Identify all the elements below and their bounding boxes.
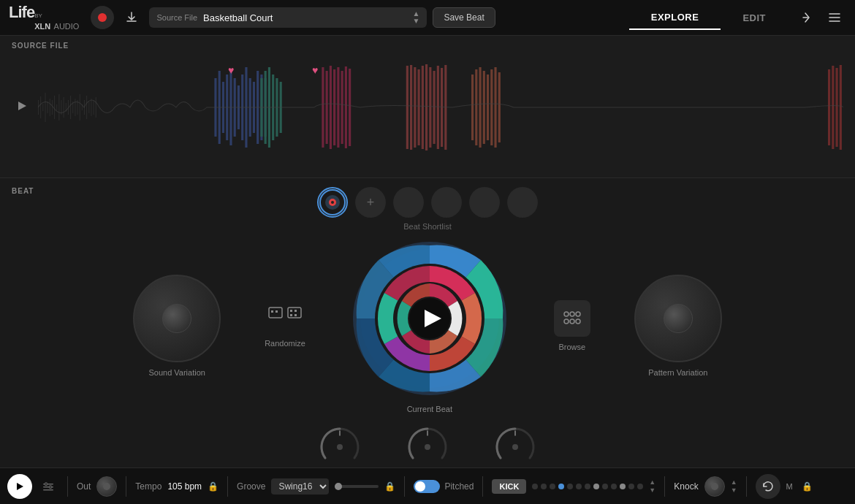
step-dot-11[interactable] <box>620 484 626 489</box>
svg-rect-71 <box>487 75 489 140</box>
step-dot-3[interactable] <box>550 484 555 489</box>
svg-rect-4 <box>45 93 45 122</box>
current-beat-label: Current Beat <box>407 405 452 413</box>
step-dot-1[interactable] <box>532 484 538 489</box>
groove-slider-handle[interactable] <box>335 483 342 490</box>
svg-rect-69 <box>479 67 481 148</box>
beat-shortlist-row: + Beat Shortlist <box>12 187 843 231</box>
add-icon: + <box>367 195 375 210</box>
step-up-arrow[interactable]: ▲ <box>649 479 656 486</box>
out-label: Out <box>77 481 91 492</box>
out-knob[interactable] <box>96 476 117 497</box>
svg-rect-25 <box>94 100 94 115</box>
current-beat-circle[interactable] <box>349 238 510 399</box>
step-dot-10[interactable] <box>611 484 617 489</box>
svg-rect-59 <box>418 69 420 145</box>
svg-rect-87 <box>290 310 292 312</box>
step-dot-13[interactable] <box>637 484 643 489</box>
svg-rect-7 <box>52 100 53 115</box>
svg-rect-22 <box>86 96 87 119</box>
symmetry-knob[interactable] <box>493 425 537 469</box>
kick-button[interactable]: KICK <box>492 479 526 494</box>
beat-circle-1[interactable] <box>317 187 348 218</box>
undo-button[interactable] <box>756 474 780 499</box>
step-dot-4[interactable] <box>558 484 564 489</box>
svg-rect-15 <box>70 96 71 119</box>
play-icon-bottom <box>15 482 24 491</box>
step-dot-6[interactable] <box>576 484 582 489</box>
sound-variation-label: Sound Variation <box>148 368 205 377</box>
groove-label: Groove <box>237 481 265 492</box>
separator-4 <box>404 476 405 497</box>
randomize-control[interactable]: Randomize <box>265 304 305 348</box>
toggle-knob <box>415 481 425 492</box>
source-play-button[interactable] <box>12 97 32 118</box>
knock-arrows[interactable]: ▲ ▼ <box>731 479 737 494</box>
record-icon <box>98 13 107 22</box>
beat-circle-2[interactable] <box>393 187 424 218</box>
svg-rect-23 <box>88 102 89 113</box>
pattern-variation-knob[interactable] <box>634 275 722 362</box>
source-section: SOURCE FILE <box>0 36 855 178</box>
knock-down-arrow[interactable]: ▼ <box>731 487 737 494</box>
svg-rect-50 <box>330 66 332 149</box>
beat-circle-5[interactable] <box>507 187 538 218</box>
svg-rect-77 <box>836 68 838 147</box>
density-knob[interactable] <box>318 425 362 469</box>
groove-select[interactable]: Swing16 Swing8 Straight <box>271 478 329 495</box>
pitched-toggle[interactable] <box>414 480 440 493</box>
download-button[interactable] <box>120 6 143 29</box>
svg-rect-74 <box>498 72 501 142</box>
step-dot-12[interactable] <box>628 484 634 489</box>
sound-variation-knob[interactable] <box>133 275 221 362</box>
beat-circle-1-svg <box>319 188 346 216</box>
step-dot-7[interactable] <box>585 484 590 489</box>
browse-control[interactable]: Browse <box>554 300 590 351</box>
knock-up-arrow[interactable]: ▲ <box>731 479 737 486</box>
source-file-label: Source File <box>156 13 197 22</box>
bottom-settings-button[interactable] <box>38 476 58 497</box>
step-dot-8[interactable] <box>593 484 599 489</box>
svg-rect-62 <box>429 67 431 148</box>
beat-circle-3[interactable] <box>431 187 462 218</box>
svg-rect-49 <box>326 71 328 144</box>
hamburger-icon <box>828 11 841 24</box>
svg-rect-64 <box>437 66 439 149</box>
randomize-label: Randomize <box>265 339 305 348</box>
play-button[interactable] <box>7 474 32 499</box>
tab-explore[interactable]: EXPLORE <box>629 6 721 30</box>
bottom-lock-icon: 🔒 <box>802 481 813 492</box>
source-section-label: SOURCE FILE <box>12 42 843 50</box>
out-knob-inner <box>103 483 110 490</box>
beat-circle-add[interactable]: + <box>355 187 386 218</box>
step-dot-2[interactable] <box>541 484 547 489</box>
groove-slider[interactable] <box>335 485 379 488</box>
tab-edit[interactable]: EDIT <box>721 6 788 30</box>
step-dot-5[interactable] <box>567 484 573 489</box>
svg-rect-8 <box>54 96 55 119</box>
step-dot-9[interactable] <box>602 484 608 489</box>
source-file-bar[interactable]: Source File Basketball Court ▲ ▼ <box>149 7 427 28</box>
svg-rect-84 <box>271 310 273 313</box>
svg-rect-85 <box>276 310 278 313</box>
svg-rect-56 <box>406 66 408 149</box>
svg-rect-5 <box>48 102 48 113</box>
step-arrows[interactable]: ▲ ▼ <box>649 479 656 494</box>
knock-knob[interactable] <box>704 476 725 497</box>
header: Life BY XLN AUDIO Source File Basketball… <box>0 0 855 36</box>
save-beat-button[interactable]: Save Beat <box>433 7 495 28</box>
source-file-arrows[interactable]: ▲ ▼ <box>413 10 420 25</box>
svg-rect-57 <box>410 65 412 150</box>
step-down-arrow[interactable]: ▼ <box>649 487 656 494</box>
svg-rect-54 <box>345 66 347 148</box>
beat-circle-4[interactable] <box>469 187 500 218</box>
separator-1 <box>67 476 68 497</box>
menu-button[interactable] <box>823 6 846 29</box>
share-button[interactable] <box>794 6 817 29</box>
record-button[interactable] <box>91 6 114 29</box>
waveform-track: ♥ ♥ <box>38 64 843 151</box>
density-knob-svg <box>318 425 362 469</box>
share-icon <box>799 11 812 24</box>
syncopation-knob[interactable] <box>406 425 449 469</box>
svg-point-98 <box>564 312 569 316</box>
